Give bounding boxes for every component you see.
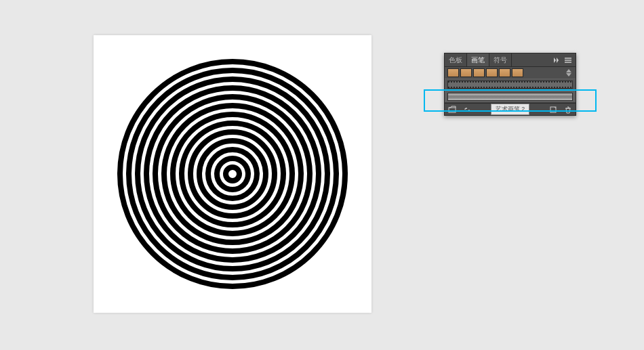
brush-preset[interactable]: [512, 68, 523, 77]
panel-header: 色板画笔符号: [445, 53, 576, 67]
tab-0[interactable]: 色板: [445, 53, 467, 66]
selected-brush-name: 艺术画笔 2: [491, 104, 530, 115]
library-icon[interactable]: [447, 105, 457, 114]
tab-1[interactable]: 画笔: [467, 53, 489, 66]
svg-point-1: [129, 70, 336, 278]
panel-header-controls: [550, 53, 576, 66]
preset-scroll: [565, 69, 573, 76]
brush-preset[interactable]: [447, 68, 459, 77]
tab-2[interactable]: 符号: [489, 53, 512, 66]
svg-point-11: [217, 158, 248, 190]
brush-presets: [447, 68, 523, 77]
panel-menu-icon[interactable]: [565, 57, 571, 64]
brushes-panel: 色板画笔符号 艺术画笔: [444, 53, 576, 116]
brush-presets-row: [445, 67, 576, 79]
brush-stroke-preview: [447, 81, 573, 89]
brush-preset[interactable]: [460, 68, 472, 77]
brush-preset[interactable]: [486, 68, 498, 77]
brush-row[interactable]: [445, 91, 576, 103]
scroll-down-icon[interactable]: [566, 73, 571, 76]
brush-row[interactable]: [445, 79, 576, 91]
scroll-up-icon[interactable]: [566, 69, 571, 72]
panel-footer: 艺术画笔 2: [445, 103, 576, 115]
svg-rect-13: [449, 108, 456, 112]
forward-icon[interactable]: [554, 57, 561, 64]
panel-tabs: 色板画笔符号: [445, 53, 550, 66]
brush-preset[interactable]: [473, 68, 485, 77]
svg-point-4: [155, 97, 310, 251]
new-brush-icon[interactable]: [548, 105, 558, 114]
concentric-rings: [110, 52, 355, 296]
link-icon[interactable]: [462, 105, 472, 114]
brush-list: [445, 79, 576, 103]
svg-point-12: [226, 167, 239, 181]
brush-stroke-preview: [447, 93, 573, 101]
svg-point-8: [190, 132, 275, 216]
artboard: [94, 35, 371, 313]
brush-preset[interactable]: [499, 68, 510, 77]
delete-icon[interactable]: [563, 105, 573, 114]
svg-point-5: [164, 106, 301, 242]
